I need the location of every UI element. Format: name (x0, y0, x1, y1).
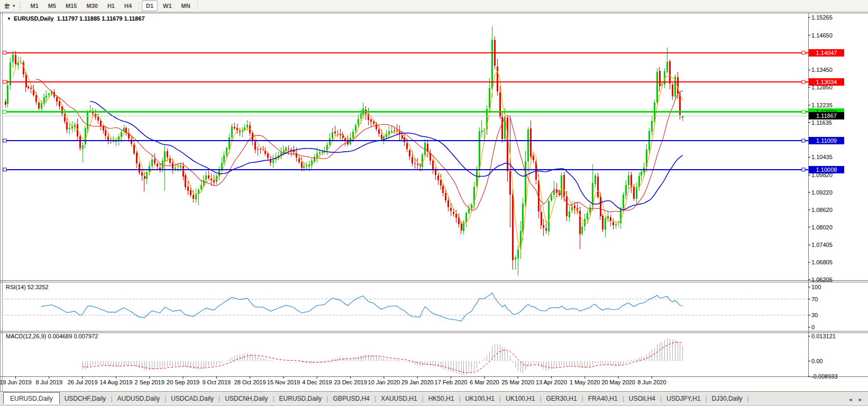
tab-scroll-right-icon[interactable]: ► (858, 397, 863, 402)
rsi-tick-70: 70 (811, 296, 818, 302)
tab-usdjpy-h1-14[interactable]: USDJPY,H1 (662, 393, 705, 404)
toolbar-grip (20, 2, 22, 10)
chart-title: ▼EURUSD,Daily 1.11797 1.11885 1.11679 1.… (7, 15, 145, 22)
tab-audusd-daily-2[interactable]: AUDUSD,Daily (113, 393, 165, 404)
price-badge-1.13034: 1.13034 (809, 78, 844, 86)
date-label-29-jan-2020: 29 Jan 2020 (401, 379, 434, 385)
tab-ger30-h1-11[interactable]: GER30,H1 (542, 393, 582, 404)
date-label-26-jul-2019: 26 Jul 2019 (68, 379, 98, 385)
timeframe-button-m30[interactable]: M30 (83, 1, 102, 11)
tab-uk100-h1-10[interactable]: UK100,H1 (501, 393, 540, 404)
price-tick-1.08020: 1.08020 (811, 224, 833, 230)
tab-separator: | (747, 395, 749, 404)
tab-gbpusd-h4-6[interactable]: GBPUSD,H4 (328, 393, 374, 404)
toolbar-separator (197, 2, 198, 10)
macd-tick-0.013121: 0.013121 (811, 333, 836, 339)
collapse-icon[interactable]: ▼ (7, 16, 11, 21)
date-label-19-jun-2019: 19 Jun 2019 (0, 379, 32, 385)
tab-usdchf-daily-1[interactable]: USDCHF,Daily (60, 393, 111, 404)
date-label-6-mar-2020: 6 Mar 2020 (470, 379, 499, 385)
tabs-container: EURUSD,DailyUSDCHF,Daily|AUDUSD,Daily|US… (0, 392, 749, 404)
price-badge-1.11009: 1.11009 (809, 137, 844, 144)
date-label-15-nov-2019: 15 Nov 2019 (267, 379, 300, 385)
price-tick-1.07405: 1.07405 (811, 242, 833, 248)
date-label-20-sep-2019: 20 Sep 2019 (167, 379, 199, 385)
tab-usdcnh-daily-4[interactable]: USDCNH,Daily (220, 393, 272, 404)
tick-chart-icon[interactable] (2, 1, 12, 11)
date-label-10-jan-2020: 10 Jan 2020 (368, 379, 400, 385)
price-tick-1.15265: 1.15265 (811, 14, 833, 21)
toolbar-dropdown-icon[interactable]: ▾ (13, 3, 15, 8)
price-tick-1.13450: 1.13450 (811, 67, 833, 73)
rsi-tick-100: 100 (811, 284, 821, 290)
rsi-label: RSI(14) 52.3252 (6, 284, 49, 290)
macd-tick-0.00: 0.00 (811, 358, 823, 364)
price-badge-1.11867: 1.11867 (809, 112, 844, 119)
timeframe-button-mn[interactable]: MN (177, 1, 195, 11)
timeframe-buttons: M1M5M15M30H1H4D1W1MN (26, 1, 200, 11)
price-tick-1.09220: 1.09220 (811, 189, 833, 196)
date-label-14-aug-2019: 14 Aug 2019 (100, 379, 133, 385)
toolbar-separator (139, 2, 139, 10)
chart-ohlc-values: 1.11797 1.11885 1.11679 1.11867 (57, 15, 145, 22)
price-tick-1.08620: 1.08620 (811, 207, 833, 213)
timeframe-button-m1[interactable]: M1 (26, 1, 43, 11)
macd-label: MACD(12,26,9) 0.004689 0.007972 (6, 333, 98, 339)
date-label-4-dec-2019: 4 Dec 2019 (302, 379, 332, 385)
tab-hk50-h1-8[interactable]: HK50,H1 (424, 393, 459, 404)
chart-window: ▼EURUSD,Daily 1.11797 1.11885 1.11679 1.… (0, 12, 868, 406)
date-label-13-apr-2020: 13 Apr 2020 (536, 379, 567, 385)
date-label-17-feb-2020: 17 Feb 2020 (435, 379, 468, 385)
timeframe-button-w1[interactable]: W1 (159, 1, 176, 11)
tab-uk100-h1-9[interactable]: UK100,H1 (461, 393, 499, 404)
chart-tab-bar: EURUSD,DailyUSDCHF,Daily|AUDUSD,Daily|US… (0, 391, 868, 404)
date-label-8-jun-2020: 8 Jun 2020 (637, 379, 666, 385)
tab-eurusd-daily-0[interactable]: EURUSD,Daily (3, 392, 60, 405)
tab-eurusd-daily-5[interactable]: EURUSD,Daily (275, 393, 327, 404)
tab-fra40-h1-12[interactable]: FRA40,H1 (583, 393, 623, 404)
price-tick-1.14650: 1.14650 (811, 32, 833, 39)
tab-dj30-daily-15[interactable]: DJ30,Daily (707, 393, 747, 404)
price-tick-1.10435: 1.10435 (811, 154, 833, 160)
date-label-23-dec-2019: 23 Dec 2019 (334, 379, 367, 385)
date-label-20-may-2020: 20 May 2020 (601, 379, 635, 385)
price-tick-1.06205: 1.06205 (811, 276, 833, 283)
mt4-terminal: ▾ M1M5M15M30H1H4D1W1MN ▼EURUSD,Daily 1.1… (0, 0, 868, 406)
timeframe-button-m5[interactable]: M5 (44, 1, 60, 11)
tab-scroll-left-icon[interactable]: ◄ (848, 397, 853, 402)
chart-symbol-label: EURUSD,Daily (14, 15, 54, 22)
rsi-tick-30: 30 (811, 312, 818, 318)
tab-scroll-controls: ◄ ► (848, 397, 868, 404)
tab-xauusd-h1-7[interactable]: XAUUSD,H1 (376, 393, 422, 404)
price-tick-1.12235: 1.12235 (811, 102, 833, 108)
date-label-1-may-2020: 1 May 2020 (570, 379, 600, 385)
price-tick-1.11635: 1.11635 (811, 119, 832, 126)
date-label-8-jul-2019: 8 Jul 2019 (35, 379, 62, 385)
date-label-9-oct-2019: 9 Oct 2019 (202, 379, 231, 385)
price-badge-1.10008: 1.10008 (809, 166, 844, 173)
timeframe-button-h4[interactable]: H4 (120, 1, 136, 11)
date-label-28-oct-2019: 28 Oct 2019 (234, 379, 266, 385)
date-label-25-mar-2020: 25 Mar 2020 (501, 379, 534, 385)
timeframe-button-d1[interactable]: D1 (142, 1, 158, 11)
timeframe-button-m15[interactable]: M15 (61, 1, 81, 11)
timeframe-button-h1[interactable]: H1 (103, 1, 119, 11)
macd-tick--0.008933: -0.008933 (811, 373, 838, 380)
chart-canvas[interactable] (0, 12, 868, 406)
price-badge-1.14047: 1.14047 (809, 49, 844, 57)
status-strip (0, 404, 868, 406)
timeframe-toolbar: ▾ M1M5M15M30H1H4D1W1MN (0, 0, 868, 12)
date-label-2-sep-2019: 2 Sep 2019 (135, 379, 165, 385)
tab-usdcad-daily-3[interactable]: USDCAD,Daily (166, 393, 218, 404)
price-tick-1.06805: 1.06805 (811, 259, 833, 265)
rsi-tick-0: 0 (811, 324, 815, 330)
tab-usoil-h4-13[interactable]: USOil,H4 (624, 393, 660, 404)
